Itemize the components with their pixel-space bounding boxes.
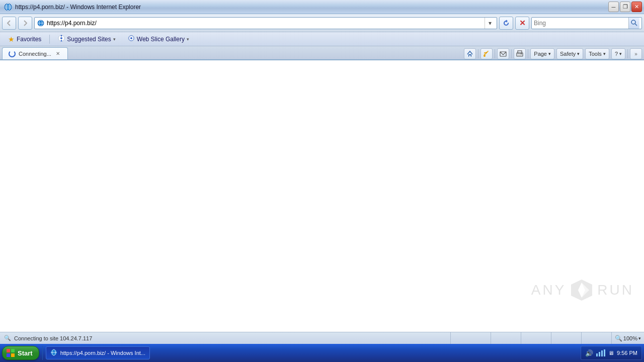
- search-input[interactable]: [534, 20, 628, 27]
- safety-button[interactable]: Safety ▾: [556, 48, 583, 59]
- refresh-button[interactable]: [499, 17, 513, 30]
- start-label: Start: [18, 349, 33, 357]
- browser-tab-0[interactable]: Connecting... ✕: [2, 47, 68, 59]
- status-seg-1: [450, 332, 491, 344]
- help-dropdown-arrow: ▾: [619, 51, 622, 56]
- svg-rect-36: [599, 352, 600, 356]
- favorites-button[interactable]: ★ Favorites: [4, 34, 45, 45]
- nav-bar: ▾ ✕: [0, 14, 644, 32]
- back-button[interactable]: [2, 17, 16, 30]
- help-icon: ?: [615, 51, 618, 57]
- title-bar-left: https://p4.porn.biz/ - Windows Internet …: [4, 3, 141, 11]
- favorites-bar: ★ Favorites Suggested Sites ▾: [0, 32, 644, 46]
- tray-volume-icon[interactable]: 🔊: [585, 349, 593, 357]
- feeds-button[interactable]: [480, 48, 493, 59]
- tab-loading-spinner: [9, 50, 16, 57]
- safety-dropdown-arrow: ▾: [577, 51, 580, 56]
- system-tray: 🔊 🖥 9:56 PM: [581, 346, 642, 360]
- anyrun-watermark: ANY RUN: [531, 279, 634, 302]
- status-seg-5: [581, 332, 611, 344]
- tab-bar: Connecting... ✕: [0, 46, 644, 60]
- ie-icon: [4, 3, 12, 11]
- tools-dropdown-arrow: ▾: [603, 51, 606, 56]
- expand-toolbar-button[interactable]: »: [630, 48, 642, 59]
- stop-button[interactable]: ✕: [515, 17, 529, 30]
- title-bar-buttons: ─ ❐ ✕: [608, 2, 642, 12]
- restore-button[interactable]: ❐: [620, 2, 630, 12]
- address-bar-container: ▾: [34, 17, 497, 29]
- address-dropdown-button[interactable]: ▾: [485, 18, 495, 29]
- suggested-sites-icon: [58, 35, 65, 43]
- toolbar-sep-5: [627, 49, 628, 58]
- suggested-sites-label: Suggested Sites: [67, 36, 111, 43]
- start-button[interactable]: Start: [2, 346, 39, 360]
- svg-rect-23: [518, 54, 522, 56]
- tab-close-button-0[interactable]: ✕: [54, 50, 61, 57]
- tools-label: Tools: [589, 51, 602, 57]
- mail-button[interactable]: [497, 48, 509, 59]
- status-seg-2: [491, 332, 521, 344]
- window-title: https://p4.porn.biz/ - Windows Internet …: [15, 4, 141, 11]
- zoom-level: 100%: [623, 335, 637, 341]
- web-slice-gallery-arrow: ▾: [187, 37, 189, 42]
- taskbar-item-icon-0: [50, 349, 57, 357]
- toolbar-sep-1: [478, 49, 478, 58]
- title-bar: https://p4.porn.biz/ - Windows Internet …: [0, 0, 644, 14]
- taskbar: Start https://p4.porn.biz/ - Windows Int…: [0, 344, 644, 362]
- search-button[interactable]: [628, 18, 639, 29]
- zoom-control[interactable]: 🔍 100% ▾: [611, 332, 644, 344]
- status-connecting-text: Connecting to site 104.24.7.117: [14, 335, 92, 341]
- suggested-sites-button[interactable]: Suggested Sites ▾: [54, 34, 119, 45]
- minimize-button[interactable]: ─: [608, 2, 619, 12]
- print-button[interactable]: [514, 48, 526, 59]
- taskbar-item-label-0: https://p4.porn.biz/ - Windows Int...: [60, 350, 145, 356]
- web-slice-icon: [128, 35, 135, 43]
- zoom-dropdown-arrow: ▾: [638, 336, 641, 341]
- page-button[interactable]: Page ▾: [530, 48, 554, 59]
- web-slice-gallery-button[interactable]: Web Slice Gallery ▾: [124, 34, 193, 45]
- status-bar: 🔍 Connecting to site 104.24.7.117 🔍 100%…: [0, 332, 644, 344]
- web-slice-gallery-label: Web Slice Gallery: [137, 36, 185, 43]
- toolbar-sep-2: [495, 49, 495, 58]
- status-search-icon: 🔍: [4, 335, 11, 341]
- zoom-icon: 🔍: [615, 335, 622, 342]
- svg-rect-38: [604, 349, 605, 356]
- system-clock: 9:56 PM: [617, 350, 637, 356]
- anyrun-run-text: RUN: [597, 282, 634, 298]
- tray-display-icon[interactable]: 🖥: [608, 350, 614, 356]
- search-container: [531, 17, 642, 29]
- anyrun-logo-svg: [570, 279, 593, 302]
- main-content: ANY RUN: [0, 60, 644, 332]
- address-security-icon: [37, 19, 45, 27]
- page-label: Page: [534, 51, 547, 57]
- suggested-sites-arrow: ▾: [113, 37, 116, 42]
- favorites-label: Favorites: [17, 36, 41, 43]
- status-seg-4: [551, 332, 581, 344]
- svg-point-13: [61, 40, 62, 42]
- svg-rect-31: [11, 353, 15, 357]
- anyrun-text: ANY: [531, 282, 567, 298]
- svg-point-8: [631, 20, 635, 24]
- status-seg-3: [521, 332, 551, 344]
- close-button[interactable]: ✕: [631, 2, 642, 12]
- tools-button[interactable]: Tools ▾: [585, 48, 609, 59]
- svg-rect-35: [596, 353, 598, 356]
- windows-logo-icon: [7, 349, 15, 357]
- star-icon: ★: [8, 35, 15, 43]
- taskbar-item-0[interactable]: https://p4.porn.biz/ - Windows Int...: [46, 346, 150, 359]
- toolbar-sep-3: [511, 49, 512, 58]
- tab-label-0: Connecting...: [19, 51, 51, 57]
- toolbar-sep-4: [528, 49, 528, 58]
- tray-network-icon[interactable]: [596, 349, 605, 356]
- svg-point-12: [61, 35, 62, 37]
- page-dropdown-arrow: ▾: [548, 51, 551, 56]
- help-button[interactable]: ? ▾: [611, 48, 625, 59]
- svg-point-11: [60, 37, 62, 39]
- status-segments: 🔍 100% ▾: [450, 332, 644, 344]
- safety-label: Safety: [560, 51, 576, 57]
- forward-button[interactable]: [18, 17, 32, 30]
- address-input[interactable]: [47, 20, 485, 27]
- svg-rect-37: [601, 350, 603, 356]
- taskbar-divider: [42, 346, 43, 360]
- home-button[interactable]: [464, 48, 476, 59]
